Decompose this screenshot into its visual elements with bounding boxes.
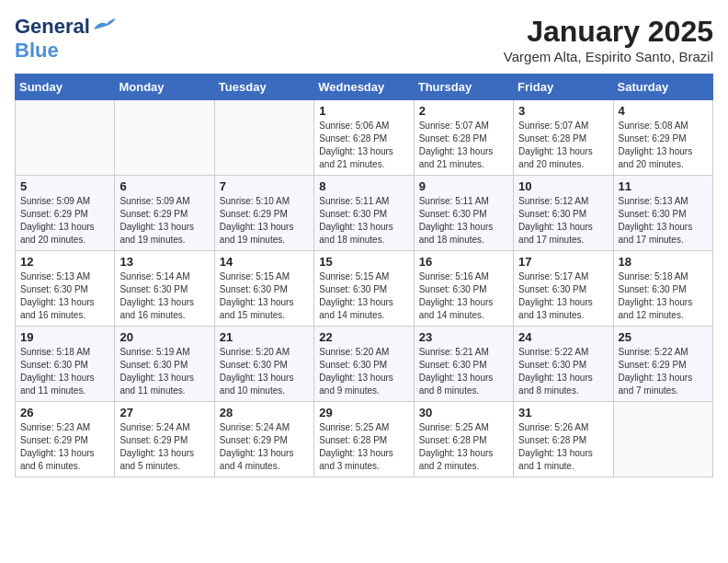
- day-number: 5: [20, 179, 109, 193]
- calendar-day-header: Saturday: [613, 75, 712, 100]
- calendar-cell: 28Sunrise: 5:24 AM Sunset: 6:29 PM Dayli…: [214, 402, 313, 477]
- day-number: 8: [319, 179, 408, 193]
- calendar-day-header: Thursday: [414, 75, 513, 100]
- logo: General Blue: [15, 15, 116, 63]
- day-number: 14: [220, 255, 309, 269]
- day-number: 30: [419, 406, 508, 419]
- day-info: Sunrise: 5:08 AM Sunset: 6:29 PM Dayligh…: [619, 120, 708, 171]
- day-info: Sunrise: 5:07 AM Sunset: 6:28 PM Dayligh…: [518, 120, 608, 171]
- day-info: Sunrise: 5:20 AM Sunset: 6:30 PM Dayligh…: [220, 346, 309, 397]
- day-number: 4: [619, 104, 708, 118]
- calendar-week-row: 19Sunrise: 5:18 AM Sunset: 6:30 PM Dayli…: [16, 327, 713, 402]
- day-info: Sunrise: 5:13 AM Sunset: 6:30 PM Dayligh…: [619, 195, 708, 247]
- day-info: Sunrise: 5:22 AM Sunset: 6:30 PM Dayligh…: [518, 346, 608, 397]
- calendar-week-row: 26Sunrise: 5:23 AM Sunset: 6:29 PM Dayli…: [16, 402, 713, 477]
- page-header: General Blue January 2025 Vargem Alta, E…: [15, 15, 713, 64]
- calendar-day-header: Sunday: [16, 75, 115, 100]
- logo-bird-icon: [92, 17, 116, 33]
- day-info: Sunrise: 5:18 AM Sunset: 6:30 PM Dayligh…: [619, 270, 708, 322]
- logo-general-text: General: [15, 15, 90, 39]
- calendar-cell: 26Sunrise: 5:23 AM Sunset: 6:29 PM Dayli…: [16, 402, 115, 477]
- calendar-cell: 1Sunrise: 5:06 AM Sunset: 6:28 PM Daylig…: [314, 100, 414, 176]
- calendar-cell: 24Sunrise: 5:22 AM Sunset: 6:30 PM Dayli…: [514, 327, 613, 402]
- day-number: 20: [119, 330, 209, 344]
- calendar-cell: 5Sunrise: 5:09 AM Sunset: 6:29 PM Daylig…: [16, 176, 115, 251]
- day-number: 2: [419, 104, 508, 118]
- title-block: January 2025 Vargem Alta, Espirito Santo…: [504, 15, 713, 64]
- day-number: 9: [419, 179, 508, 193]
- day-number: 28: [220, 406, 309, 419]
- calendar-header-row: SundayMondayTuesdayWednesdayThursdayFrid…: [16, 75, 713, 100]
- day-number: 6: [119, 179, 209, 193]
- calendar-day-header: Monday: [115, 75, 214, 100]
- day-info: Sunrise: 5:21 AM Sunset: 6:30 PM Dayligh…: [419, 346, 508, 397]
- calendar-table: SundayMondayTuesdayWednesdayThursdayFrid…: [15, 74, 713, 477]
- day-info: Sunrise: 5:09 AM Sunset: 6:29 PM Dayligh…: [119, 195, 209, 247]
- calendar-cell: 23Sunrise: 5:21 AM Sunset: 6:30 PM Dayli…: [414, 327, 513, 402]
- day-info: Sunrise: 5:14 AM Sunset: 6:30 PM Dayligh…: [119, 270, 209, 322]
- calendar-week-row: 5Sunrise: 5:09 AM Sunset: 6:29 PM Daylig…: [16, 176, 713, 251]
- day-number: 10: [518, 179, 608, 193]
- day-info: Sunrise: 5:19 AM Sunset: 6:30 PM Dayligh…: [119, 346, 209, 397]
- calendar-cell: 9Sunrise: 5:11 AM Sunset: 6:30 PM Daylig…: [414, 176, 513, 251]
- calendar-cell: 19Sunrise: 5:18 AM Sunset: 6:30 PM Dayli…: [16, 327, 115, 402]
- day-number: 16: [419, 255, 508, 269]
- day-info: Sunrise: 5:13 AM Sunset: 6:30 PM Dayligh…: [20, 270, 109, 322]
- day-info: Sunrise: 5:12 AM Sunset: 6:30 PM Dayligh…: [518, 195, 608, 247]
- calendar-day-header: Wednesday: [314, 75, 414, 100]
- day-info: Sunrise: 5:16 AM Sunset: 6:30 PM Dayligh…: [419, 270, 508, 322]
- calendar-cell: 31Sunrise: 5:26 AM Sunset: 6:28 PM Dayli…: [514, 402, 613, 477]
- calendar-cell: 14Sunrise: 5:15 AM Sunset: 6:30 PM Dayli…: [214, 251, 313, 327]
- calendar-week-row: 12Sunrise: 5:13 AM Sunset: 6:30 PM Dayli…: [16, 251, 713, 327]
- day-number: 22: [319, 330, 408, 344]
- calendar-cell: 25Sunrise: 5:22 AM Sunset: 6:29 PM Dayli…: [613, 327, 712, 402]
- day-info: Sunrise: 5:25 AM Sunset: 6:28 PM Dayligh…: [319, 421, 408, 473]
- calendar-cell: 15Sunrise: 5:15 AM Sunset: 6:30 PM Dayli…: [314, 251, 414, 327]
- logo-blue-text: Blue: [15, 39, 59, 62]
- calendar-cell: 7Sunrise: 5:10 AM Sunset: 6:29 PM Daylig…: [214, 176, 313, 251]
- calendar-cell: 27Sunrise: 5:24 AM Sunset: 6:29 PM Dayli…: [115, 402, 214, 477]
- calendar-cell: 10Sunrise: 5:12 AM Sunset: 6:30 PM Dayli…: [514, 176, 613, 251]
- day-number: 19: [20, 330, 109, 344]
- day-number: 17: [518, 255, 608, 269]
- calendar-cell: 8Sunrise: 5:11 AM Sunset: 6:30 PM Daylig…: [314, 176, 414, 251]
- calendar-cell: 21Sunrise: 5:20 AM Sunset: 6:30 PM Dayli…: [214, 327, 313, 402]
- calendar-cell: 6Sunrise: 5:09 AM Sunset: 6:29 PM Daylig…: [115, 176, 214, 251]
- day-info: Sunrise: 5:22 AM Sunset: 6:29 PM Dayligh…: [619, 346, 708, 397]
- calendar-cell: 17Sunrise: 5:17 AM Sunset: 6:30 PM Dayli…: [514, 251, 613, 327]
- calendar-day-header: Friday: [514, 75, 613, 100]
- day-info: Sunrise: 5:23 AM Sunset: 6:29 PM Dayligh…: [20, 421, 109, 473]
- calendar-cell: 29Sunrise: 5:25 AM Sunset: 6:28 PM Dayli…: [314, 402, 414, 477]
- day-info: Sunrise: 5:17 AM Sunset: 6:30 PM Dayligh…: [518, 270, 608, 322]
- day-info: Sunrise: 5:15 AM Sunset: 6:30 PM Dayligh…: [220, 270, 309, 322]
- day-number: 13: [119, 255, 209, 269]
- day-info: Sunrise: 5:11 AM Sunset: 6:30 PM Dayligh…: [419, 195, 508, 247]
- day-number: 21: [220, 330, 309, 344]
- day-number: 1: [319, 104, 408, 118]
- calendar-cell: 3Sunrise: 5:07 AM Sunset: 6:28 PM Daylig…: [514, 100, 613, 176]
- day-number: 12: [20, 255, 109, 269]
- day-number: 23: [419, 330, 508, 344]
- calendar-day-header: Tuesday: [214, 75, 313, 100]
- day-number: 24: [518, 330, 608, 344]
- calendar-cell: [16, 100, 115, 176]
- day-number: 11: [619, 179, 708, 193]
- calendar-cell: [115, 100, 214, 176]
- calendar-cell: 16Sunrise: 5:16 AM Sunset: 6:30 PM Dayli…: [414, 251, 513, 327]
- day-number: 26: [20, 406, 109, 419]
- day-info: Sunrise: 5:24 AM Sunset: 6:29 PM Dayligh…: [220, 421, 309, 473]
- day-info: Sunrise: 5:10 AM Sunset: 6:29 PM Dayligh…: [220, 195, 309, 247]
- calendar-cell: 30Sunrise: 5:25 AM Sunset: 6:28 PM Dayli…: [414, 402, 513, 477]
- day-info: Sunrise: 5:18 AM Sunset: 6:30 PM Dayligh…: [20, 346, 109, 397]
- day-info: Sunrise: 5:15 AM Sunset: 6:30 PM Dayligh…: [319, 270, 408, 322]
- day-info: Sunrise: 5:11 AM Sunset: 6:30 PM Dayligh…: [319, 195, 408, 247]
- day-info: Sunrise: 5:25 AM Sunset: 6:28 PM Dayligh…: [419, 421, 508, 473]
- day-number: 25: [619, 330, 708, 344]
- day-info: Sunrise: 5:07 AM Sunset: 6:28 PM Dayligh…: [419, 120, 508, 171]
- calendar-cell: [613, 402, 712, 477]
- day-number: 31: [518, 406, 608, 419]
- page-title: January 2025: [504, 15, 713, 49]
- calendar-cell: [214, 100, 313, 176]
- day-info: Sunrise: 5:09 AM Sunset: 6:29 PM Dayligh…: [20, 195, 109, 247]
- calendar-cell: 12Sunrise: 5:13 AM Sunset: 6:30 PM Dayli…: [16, 251, 115, 327]
